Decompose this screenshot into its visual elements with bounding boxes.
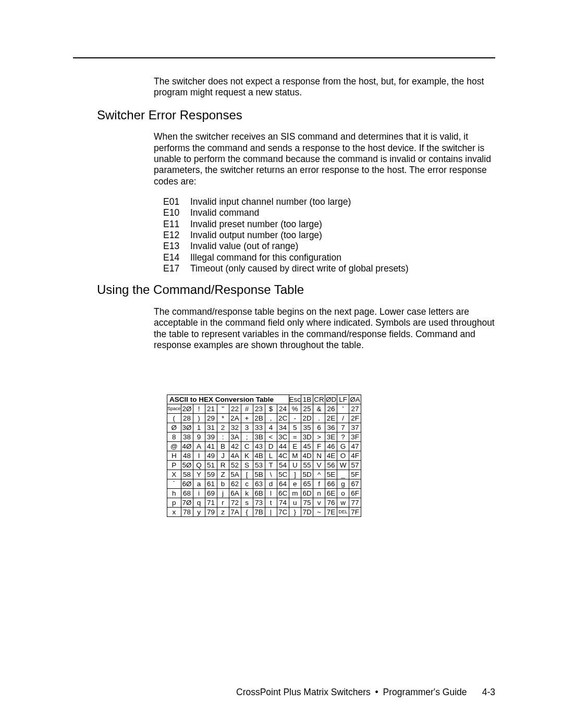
ascii-hex: 76	[325, 498, 337, 508]
ascii-hex: 47	[349, 442, 361, 451]
ascii-hex: 3D	[301, 433, 313, 442]
ascii-char: %	[289, 404, 301, 414]
ascii-char: Space	[167, 404, 181, 414]
table-row: x78y79z7A{7B|7C}7D~7EDEL7F	[167, 508, 361, 517]
page-footer: CrossPoint Plus Matrix Switchers • Progr…	[0, 687, 495, 698]
ascii-hex: 48	[181, 451, 193, 461]
ascii-char: `	[167, 479, 181, 489]
ascii-hex: 6C	[277, 489, 289, 498]
ascii-char: z	[217, 508, 229, 517]
ascii-char: y	[193, 508, 205, 517]
ascii-char: H	[167, 451, 181, 461]
intro-paragraph: The switcher does not expect a response …	[154, 76, 495, 98]
ascii-char: L	[265, 451, 277, 461]
ascii-hex: 4Ø	[181, 442, 193, 451]
ascii-char: l	[265, 489, 277, 498]
ascii-char: w	[337, 498, 349, 508]
ascii-hex: 49	[205, 451, 217, 461]
ascii-hex: 73	[253, 498, 265, 508]
ascii-hex: 4D	[301, 451, 313, 461]
ascii-hex: 27	[349, 404, 361, 414]
ascii-hex: 55	[301, 461, 313, 470]
ascii-char: ;	[241, 433, 253, 442]
ascii-char: j	[217, 489, 229, 498]
ascii-hex: 2D	[301, 414, 313, 423]
ascii-hex: 4F	[349, 451, 361, 461]
ascii-hex: 6F	[349, 489, 361, 498]
ascii-hex: 7A	[229, 508, 241, 517]
ascii-hex: 69	[205, 489, 217, 498]
ascii-hex: 56	[325, 461, 337, 470]
ascii-ctl-label: LF	[337, 395, 349, 404]
ascii-hex: 6B	[253, 489, 265, 498]
ascii-char: \	[265, 470, 277, 479]
ascii-char: 4	[265, 423, 277, 433]
ascii-char: v	[313, 498, 325, 508]
ascii-hex: 6D	[301, 489, 313, 498]
ascii-char: Ø	[167, 423, 181, 433]
ascii-hex: 52	[229, 461, 241, 470]
ascii-char: ,	[265, 414, 277, 423]
ascii-hex: 4A	[229, 451, 241, 461]
ascii-char: *	[217, 414, 229, 423]
error-desc: Invalid preset number (too large)	[190, 219, 322, 230]
ascii-hex: 74	[277, 498, 289, 508]
ascii-hex: 4E	[325, 451, 337, 461]
ascii-char: '	[337, 404, 349, 414]
ascii-char: V	[313, 461, 325, 470]
ascii-char: 6	[313, 423, 325, 433]
ascii-char: {	[241, 508, 253, 517]
ascii-char: >	[313, 433, 325, 442]
ascii-char: b	[217, 479, 229, 489]
ascii-hex: 66	[325, 479, 337, 489]
ascii-hex: 58	[181, 470, 193, 479]
ascii-char: /	[337, 414, 349, 423]
error-code-item: E01Invalid input channel number (too lar…	[163, 196, 495, 207]
table-row: p7Øq71r72s73t74u75v76w77	[167, 498, 361, 508]
ascii-hex: 78	[181, 508, 193, 517]
error-code: E10	[163, 207, 183, 218]
ascii-hex: 24	[277, 404, 289, 414]
table-row: Ø3Ø131232333434535636737	[167, 423, 361, 433]
ascii-hex: 64	[277, 479, 289, 489]
ascii-char: F	[313, 442, 325, 451]
ascii-hex: 7E	[325, 508, 337, 517]
ascii-char: K	[241, 451, 253, 461]
ascii-hex: 77	[349, 498, 361, 508]
ascii-char: }	[289, 508, 301, 517]
table-row: 838939:3A;3B<3C=3D>3E?3F	[167, 433, 361, 442]
using-table-paragraph: The command/response table begins on the…	[154, 306, 495, 351]
heading-error-responses: Switcher Error Responses	[97, 108, 495, 122]
error-code-item: E17Timeout (only caused by direct write …	[163, 263, 495, 274]
ascii-char: Q	[193, 461, 205, 470]
footer-section: Programmer's Guide	[383, 687, 467, 697]
ascii-hex: 5A	[229, 470, 241, 479]
ascii-char: O	[337, 451, 349, 461]
ascii-char: |	[265, 508, 277, 517]
ascii-hex: 6E	[325, 489, 337, 498]
ascii-hex: 5F	[349, 470, 361, 479]
ascii-char: 7	[337, 423, 349, 433]
ascii-table-title: ASCII to HEX Conversion Table	[167, 395, 289, 404]
error-desc: Illegal command for this configuration	[190, 252, 341, 263]
ascii-hex: 36	[325, 423, 337, 433]
ascii-hex: 35	[301, 423, 313, 433]
ascii-hex: 29	[205, 414, 217, 423]
ascii-hex: 2E	[325, 414, 337, 423]
ascii-char: U	[289, 461, 301, 470]
ascii-char: p	[167, 498, 181, 508]
ascii-char: h	[167, 489, 181, 498]
ascii-hex: 79	[205, 508, 217, 517]
ascii-char: I	[193, 451, 205, 461]
ascii-hex: 2A	[229, 414, 241, 423]
ascii-char: d	[265, 479, 277, 489]
ascii-char: )	[193, 414, 205, 423]
ascii-char: ?	[337, 433, 349, 442]
error-code: E11	[163, 219, 183, 230]
ascii-hex: 7C	[277, 508, 289, 517]
ascii-hex: 41	[205, 442, 217, 451]
ascii-hex: 6Ø	[181, 479, 193, 489]
ascii-hex: 31	[205, 423, 217, 433]
error-responses-paragraph: When the switcher receives an SIS comman…	[154, 131, 495, 187]
ascii-char: T	[265, 461, 277, 470]
